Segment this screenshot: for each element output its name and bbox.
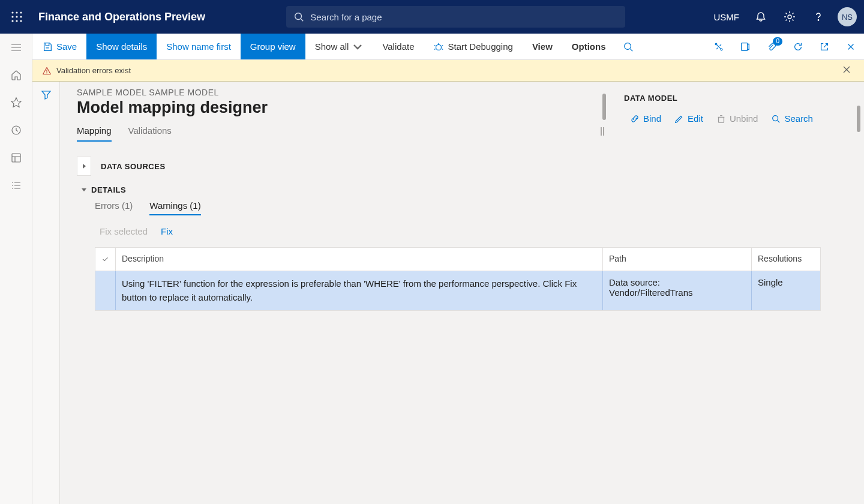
search-box[interactable] — [286, 6, 625, 28]
tab-mapping[interactable]: Mapping — [77, 125, 112, 142]
svg-point-11 — [818, 20, 818, 20]
menu-icon[interactable] — [0, 34, 32, 61]
search-input[interactable] — [310, 12, 618, 22]
cell-resolutions: Single — [752, 271, 820, 310]
svg-point-20 — [773, 115, 778, 121]
settings-icon[interactable] — [775, 0, 804, 34]
start-debugging-button[interactable]: Start Debugging — [424, 34, 522, 59]
nav-rail — [0, 34, 32, 504]
svg-rect-18 — [742, 43, 748, 50]
subtab-warnings[interactable]: Warnings (1) — [149, 200, 200, 215]
workspaces-icon[interactable] — [0, 144, 32, 172]
filter-pane-toggle[interactable] — [32, 82, 60, 504]
svg-point-3 — [11, 16, 13, 17]
view-menu[interactable]: View — [523, 34, 562, 59]
svg-rect-13 — [12, 154, 20, 162]
svg-point-15 — [625, 43, 631, 49]
warnings-table: Description Path Resolutions Using 'FILT… — [95, 247, 821, 311]
show-details-button[interactable]: Show details — [86, 34, 157, 59]
notifications-icon[interactable] — [746, 0, 775, 34]
col-path[interactable]: Path — [603, 248, 752, 271]
details-header[interactable]: DETAILS — [82, 185, 847, 194]
tab-validations[interactable]: Validations — [128, 125, 172, 142]
validate-button[interactable]: Validate — [373, 34, 424, 59]
home-icon[interactable] — [0, 61, 32, 89]
scrollbar[interactable] — [857, 106, 860, 132]
svg-point-16 — [715, 43, 717, 45]
svg-point-9 — [295, 13, 302, 20]
warning-icon — [42, 66, 52, 76]
help-icon[interactable] — [804, 0, 833, 34]
svg-point-17 — [721, 49, 722, 50]
show-all-dropdown[interactable]: Show all — [305, 34, 373, 59]
office-icon[interactable] — [732, 34, 758, 59]
options-menu[interactable]: Options — [562, 34, 616, 59]
connector-icon[interactable] — [706, 34, 732, 59]
col-description[interactable]: Description — [116, 248, 603, 271]
svg-point-5 — [20, 16, 22, 17]
attachments-badge: 0 — [773, 37, 782, 46]
table-row[interactable]: Using 'FILTER' function for the expressi… — [95, 271, 820, 310]
fix-button[interactable]: Fix — [161, 226, 173, 236]
group-view-button[interactable]: Group view — [241, 34, 305, 59]
save-button[interactable]: Save — [32, 34, 86, 59]
svg-point-6 — [11, 20, 13, 22]
show-name-first-button[interactable]: Show name first — [157, 34, 241, 59]
recent-icon[interactable] — [0, 116, 32, 144]
modules-icon[interactable] — [0, 172, 32, 199]
toolbar-search-icon[interactable] — [615, 34, 641, 59]
svg-point-2 — [20, 11, 22, 13]
data-sources-label: DATA SOURCES — [101, 162, 166, 171]
svg-point-7 — [16, 20, 17, 22]
svg-point-19 — [47, 73, 47, 73]
svg-point-4 — [16, 16, 17, 17]
dm-search-button[interactable]: Search — [771, 113, 813, 124]
splitter-handle[interactable] — [600, 127, 605, 137]
favorites-icon[interactable] — [0, 89, 32, 116]
fix-selected-button: Fix selected — [100, 226, 148, 236]
close-icon[interactable] — [838, 34, 864, 59]
cell-description: Using 'FILTER' function for the expressi… — [116, 271, 603, 310]
scrollbar[interactable] — [602, 94, 606, 120]
app-title: Finance and Operations Preview — [38, 11, 205, 23]
col-resolutions[interactable]: Resolutions — [752, 248, 820, 271]
svg-point-14 — [436, 44, 442, 50]
svg-point-8 — [20, 20, 22, 22]
banner-text: Validation errors exist — [56, 66, 131, 75]
refresh-icon[interactable] — [785, 34, 811, 59]
top-header: Finance and Operations Preview USMF NS — [0, 0, 864, 34]
popout-icon[interactable] — [811, 34, 838, 59]
edit-button[interactable]: Edit — [674, 113, 703, 124]
action-toolbar: Save Show details Show name first Group … — [32, 34, 864, 60]
bind-button[interactable]: Bind — [630, 113, 661, 124]
unbind-button: Unbind — [716, 113, 758, 124]
svg-point-1 — [16, 11, 17, 13]
data-sources-expand[interactable] — [77, 157, 91, 176]
svg-point-0 — [11, 11, 13, 13]
subtab-errors[interactable]: Errors (1) — [95, 200, 133, 215]
data-model-panel: DATA MODEL Bind Edit Unbind — [612, 94, 864, 124]
data-model-title: DATA MODEL — [624, 94, 864, 103]
cell-path: Data source: Vendor/FilteredTrans — [603, 271, 752, 310]
banner-close-icon[interactable] — [839, 62, 854, 79]
validation-banner: Validation errors exist — [32, 60, 864, 82]
attachments-icon[interactable]: 0 — [758, 34, 785, 59]
app-launcher-icon[interactable] — [0, 0, 34, 34]
company-selector[interactable]: USMF — [707, 0, 747, 34]
svg-point-10 — [788, 15, 791, 19]
select-all-checkbox[interactable] — [95, 248, 116, 271]
user-avatar[interactable]: NS — [833, 0, 862, 34]
